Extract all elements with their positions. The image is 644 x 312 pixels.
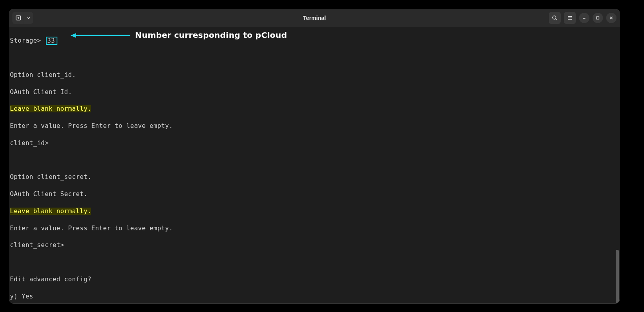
client-id-l2: OAuth Client Id. [10, 88, 619, 96]
minimize-button[interactable] [579, 13, 589, 23]
titlebar-right-group [549, 12, 617, 24]
edit-adv-y: y) Yes [10, 292, 619, 301]
client-id-prompt: client_id> [10, 139, 619, 147]
client-secret-l3: Leave blank normally. [10, 208, 91, 215]
chevron-down-icon [27, 16, 31, 20]
svg-point-1 [553, 16, 556, 19]
storage-prompt-line: Storage> 33 [10, 37, 619, 45]
minimize-icon [582, 16, 586, 20]
client-secret-l2: OAuth Client Secret. [10, 190, 619, 198]
new-tab-button[interactable] [12, 12, 24, 24]
titlebar-left-group [12, 12, 33, 24]
client-secret-prompt: client_secret> [10, 241, 619, 249]
maximize-icon [596, 16, 600, 20]
new-tab-icon [15, 15, 22, 21]
storage-prompt: Storage> [10, 37, 41, 44]
client-id-l1: Option client_id. [10, 71, 619, 79]
window-title: Terminal [303, 15, 326, 21]
close-icon [609, 16, 613, 20]
client-id-l3: Leave blank normally. [10, 105, 91, 112]
client-secret-l1: Option client_secret. [10, 173, 619, 181]
svg-rect-2 [597, 17, 599, 19]
maximize-button[interactable] [593, 13, 603, 23]
storage-input-boxed: 33 [46, 37, 57, 45]
menu-button[interactable] [564, 12, 576, 24]
search-button[interactable] [549, 12, 561, 24]
edit-adv-q: Edit advanced config? [10, 275, 619, 284]
terminal-window: Terminal Storage> 33 Optio [9, 9, 620, 304]
client-id-l4: Enter a value. Press Enter to leave empt… [10, 122, 619, 130]
scrollbar-thumb[interactable] [616, 250, 619, 304]
search-icon [552, 15, 558, 21]
close-button[interactable] [606, 13, 617, 23]
client-secret-l4: Enter a value. Press Enter to leave empt… [10, 224, 619, 233]
titlebar: Terminal [9, 9, 620, 27]
terminal-body[interactable]: Storage> 33 Option client_id. OAuth Clie… [9, 27, 620, 303]
tab-dropdown-button[interactable] [24, 12, 33, 24]
hamburger-icon [567, 15, 573, 21]
